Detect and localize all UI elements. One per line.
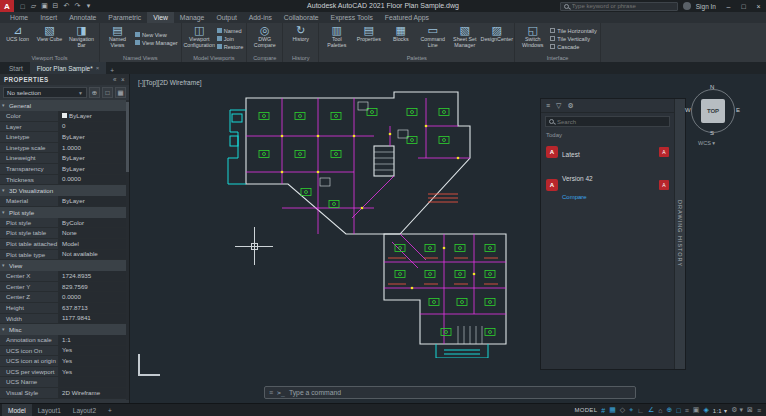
- palette-title-bar[interactable]: DRAWING HISTORY: [674, 99, 685, 369]
- dwg-compare-button[interactable]: ◎DWG Compare: [250, 24, 279, 53]
- switch-windows-button[interactable]: ◱Switch Windows: [518, 24, 547, 53]
- panel-label[interactable]: Viewport Tools: [0, 54, 99, 62]
- tab-floor-plan-sample[interactable]: Floor Plan Sample*×: [30, 62, 107, 74]
- view-manager-button[interactable]: View Manager: [135, 40, 178, 46]
- toggle-pickadd-button[interactable]: ⊕: [89, 87, 100, 98]
- tab-featured-apps[interactable]: Featured Apps: [379, 12, 435, 23]
- section-view[interactable]: View: [0, 260, 129, 271]
- compass-north[interactable]: N: [710, 84, 714, 90]
- panel-label[interactable]: Model Viewports: [182, 54, 247, 62]
- sheet-set-manager-button[interactable]: ▧Sheet Set Manager: [450, 24, 479, 53]
- infer-constraints-icon[interactable]: ◇: [620, 406, 625, 414]
- compass-east[interactable]: E: [736, 107, 740, 113]
- tab-express-tools[interactable]: Express Tools: [325, 12, 379, 23]
- dynamic-input-icon[interactable]: ⌖: [629, 406, 633, 414]
- minimize-button[interactable]: –: [721, 0, 736, 12]
- filter-icon[interactable]: ▽: [556, 102, 561, 110]
- viewcube[interactable]: TOP N S W E WCS ▾: [688, 86, 738, 148]
- lineweight-icon[interactable]: ≡: [685, 407, 689, 414]
- new-icon[interactable]: □: [17, 3, 28, 10]
- polar-tracking-icon[interactable]: ∠: [648, 406, 654, 414]
- tab-parametric[interactable]: Parametric: [102, 12, 147, 23]
- grid-display-icon[interactable]: #: [601, 407, 605, 414]
- panel-label[interactable]: Compare: [247, 54, 282, 62]
- tile-horizontally-button[interactable]: Tile Horizontally: [550, 28, 597, 34]
- save-icon[interactable]: ▣: [39, 2, 50, 10]
- panel-label[interactable]: Named Views: [100, 54, 181, 62]
- annotation-scale-button[interactable]: 1:1 ▾: [713, 407, 728, 414]
- redo-icon[interactable]: ↷: [72, 2, 83, 10]
- close-tab-icon[interactable]: ×: [96, 65, 100, 71]
- select-objects-button[interactable]: □: [102, 87, 113, 98]
- named-views-button[interactable]: ▤Named Views: [103, 24, 132, 53]
- clean-screen-icon[interactable]: ⊠: [747, 406, 753, 414]
- account-avatar[interactable]: [683, 2, 691, 10]
- section-misc[interactable]: Misc: [0, 324, 129, 335]
- tab-view[interactable]: View: [147, 12, 174, 23]
- object-snap-tracking-icon[interactable]: ⊕: [667, 406, 673, 414]
- new-view-button[interactable]: New View: [135, 32, 178, 38]
- tab-home[interactable]: Home: [4, 12, 34, 23]
- viewcube-button[interactable]: ▧View Cube: [35, 24, 64, 53]
- app-logo[interactable]: A: [0, 0, 14, 12]
- open-icon[interactable]: ▱: [28, 2, 39, 10]
- viewport-controls[interactable]: [-][Top][2D Wireframe]: [138, 79, 202, 86]
- compass-west[interactable]: W: [685, 107, 691, 113]
- compare-link[interactable]: Compare: [562, 194, 587, 200]
- tool-palettes-button[interactable]: ▥Tool Palettes: [322, 24, 351, 53]
- viewport-configuration-button[interactable]: ◫Viewport Configuration: [185, 24, 214, 53]
- sign-in-label[interactable]: Sign In: [696, 3, 716, 10]
- section-plot-style[interactable]: Plot style: [0, 207, 129, 218]
- properties-palette-button[interactable]: ▤Properties: [354, 24, 383, 53]
- tab-annotate[interactable]: Annotate: [63, 12, 102, 23]
- search-input[interactable]: [572, 3, 672, 9]
- command-grip-icon[interactable]: ≡: [269, 389, 273, 396]
- section-3d-visualization[interactable]: 3D Visualization: [0, 185, 129, 196]
- history-item[interactable]: A Version 42Compare A: [541, 164, 674, 206]
- workspace-switching-icon[interactable]: ⚙ ▾: [731, 406, 743, 414]
- snap-mode-icon[interactable]: ▦: [609, 406, 616, 414]
- section-general[interactable]: General: [0, 100, 129, 111]
- named-viewports-button[interactable]: Named: [217, 28, 244, 34]
- settings-icon[interactable]: ⚙: [567, 102, 573, 110]
- tab-manage[interactable]: Manage: [174, 12, 211, 23]
- command-input-hint[interactable]: Type a command: [289, 389, 341, 396]
- scrollbar[interactable]: [126, 100, 129, 400]
- command-line[interactable]: ≡ >_ Type a command: [264, 386, 636, 399]
- designcenter-button[interactable]: ▨DesignCenter: [482, 24, 511, 53]
- plot-icon[interactable]: ⊟: [50, 2, 61, 10]
- tab-addins[interactable]: Add-ins: [243, 12, 278, 23]
- viewcube-top-face[interactable]: TOP: [701, 99, 725, 123]
- command-line-button[interactable]: ▭Command Line: [418, 24, 447, 53]
- blocks-palette-button[interactable]: ▦Blocks: [386, 24, 415, 53]
- transparency-icon[interactable]: ▣: [693, 406, 700, 414]
- tab-start[interactable]: Start: [2, 62, 30, 74]
- menu-icon[interactable]: ≡: [546, 102, 550, 109]
- tab-collaborate[interactable]: Collaborate: [278, 12, 325, 23]
- panel-label[interactable]: Palettes: [319, 54, 514, 62]
- panel-label[interactable]: History: [283, 54, 318, 62]
- join-viewports-button[interactable]: Join: [217, 36, 244, 42]
- history-search[interactable]: [545, 116, 670, 127]
- cascade-button[interactable]: Cascade: [550, 44, 597, 50]
- tile-vertically-button[interactable]: Tile Vertically: [550, 36, 597, 42]
- close-palette-icon[interactable]: ×: [121, 76, 125, 83]
- model-space-toggle[interactable]: MODEL: [574, 407, 597, 413]
- new-drawing-button[interactable]: +: [106, 67, 118, 74]
- quick-select-button[interactable]: ▦: [115, 87, 126, 98]
- history-button[interactable]: ↻History: [286, 24, 315, 53]
- history-search-input[interactable]: [557, 119, 662, 125]
- tab-output[interactable]: Output: [210, 12, 242, 23]
- undo-icon[interactable]: ↶: [61, 2, 72, 10]
- tab-layout2[interactable]: Layout2: [67, 404, 102, 416]
- autohide-icon[interactable]: «: [113, 76, 117, 83]
- scrollbar-thumb[interactable]: [126, 102, 129, 172]
- navigation-bar-button[interactable]: ◨Navigation Bar: [67, 24, 96, 53]
- isometric-drafting-icon[interactable]: ⌂: [658, 407, 662, 414]
- selection-cycling-icon[interactable]: ◈: [703, 406, 708, 414]
- maximize-button[interactable]: □: [736, 0, 751, 12]
- compass-south[interactable]: S: [710, 130, 714, 136]
- close-button[interactable]: ×: [751, 0, 766, 12]
- tab-insert[interactable]: Insert: [34, 12, 63, 23]
- model-space-canvas[interactable]: [-][Top][2D Wireframe]: [130, 74, 766, 403]
